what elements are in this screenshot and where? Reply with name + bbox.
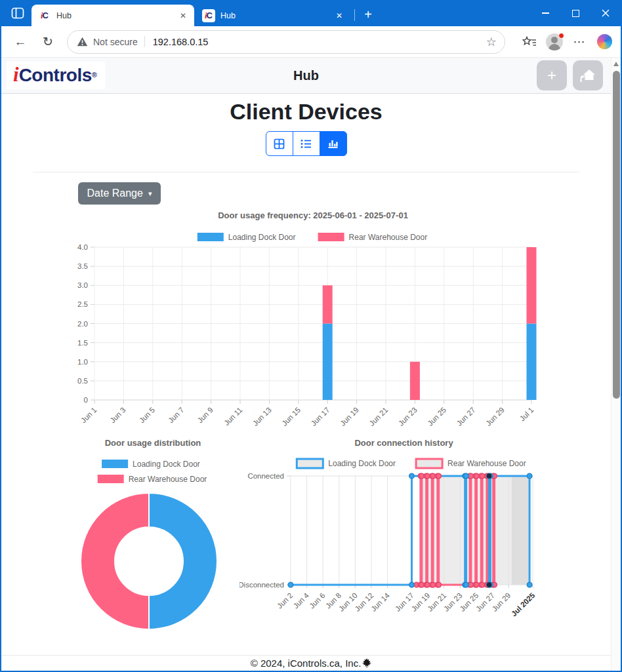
svg-text:Jun 1: Jun 1	[79, 406, 98, 424]
lower-charts-row: Door usage distributionLoading Dock Door…	[33, 435, 580, 633]
browser-menu-button[interactable]: ⋯	[570, 32, 589, 52]
tab-hub-inactive[interactable]: iC Hub ✕	[194, 5, 350, 26]
view-grid-button[interactable]	[266, 131, 293, 156]
url-text: 192.168.0.15	[153, 37, 486, 47]
svg-text:Rear Warehouse Door: Rear Warehouse Door	[348, 233, 427, 242]
tab-title: Hub	[56, 11, 177, 20]
svg-text:Jun 25: Jun 25	[426, 406, 447, 427]
maximize-icon	[572, 10, 579, 17]
workspaces-icon[interactable]	[9, 5, 26, 22]
svg-text:Loading Dock Door: Loading Dock Door	[328, 459, 396, 468]
browser-titlebar: iC Hub ✕ iC Hub ✕ +	[1, 0, 621, 26]
page-content: Client Devices	[1, 99, 611, 633]
svg-text:2.5: 2.5	[77, 300, 88, 308]
close-icon	[602, 9, 610, 17]
profile-button[interactable]	[545, 32, 564, 52]
svg-text:Jun 2: Jun 2	[276, 591, 294, 610]
back-button[interactable]: ←	[10, 32, 30, 52]
tab-hub-active[interactable]: iC Hub ✕	[31, 5, 194, 26]
svg-text:0.5: 0.5	[77, 377, 88, 385]
page-title: Hub	[1, 68, 611, 83]
copilot-icon	[597, 34, 612, 49]
browser-toolbar: ← ↻ Not secure 192.168.0.15 ☆	[1, 26, 621, 58]
svg-text:Jun 6: Jun 6	[308, 591, 326, 610]
scrollbar-thumb[interactable]	[613, 71, 620, 399]
close-button[interactable]	[591, 0, 621, 26]
svg-text:Jun 4: Jun 4	[291, 591, 310, 610]
svg-text:Jun 9: Jun 9	[196, 406, 214, 424]
workspaces-glyph	[10, 6, 25, 20]
svg-text:Jun 23: Jun 23	[396, 406, 418, 427]
svg-text:3.5: 3.5	[77, 262, 88, 270]
svg-text:Door usage frequency: 2025-06-: Door usage frequency: 2025-06-01 - 2025-…	[218, 210, 408, 220]
view-chart-button[interactable]	[320, 131, 347, 156]
svg-text:Connected: Connected	[247, 472, 284, 480]
new-tab-button[interactable]: +	[359, 5, 377, 24]
favorites-bar-button[interactable]	[520, 32, 539, 52]
svg-text:Jun 17: Jun 17	[309, 406, 331, 427]
page-scrollbar[interactable]	[611, 58, 621, 671]
svg-text:Loading Dock Door: Loading Dock Door	[133, 460, 200, 469]
door-usage-distribution-chart[interactable]: Door usage distributionLoading Dock Door…	[69, 435, 239, 633]
ellipsis-icon: ⋯	[573, 35, 586, 49]
svg-text:Jun 7: Jun 7	[167, 406, 185, 424]
svg-text:Door connection history: Door connection history	[354, 438, 453, 448]
site-footer: © 2024, iControls.ca, Inc.	[1, 655, 621, 671]
svg-text:3.0: 3.0	[77, 281, 88, 289]
svg-text:Jun 27: Jun 27	[455, 406, 476, 427]
grid-icon	[274, 138, 285, 149]
section-divider	[33, 172, 580, 172]
svg-text:0: 0	[83, 396, 87, 404]
home-wifi-icon	[579, 68, 596, 83]
tab-title: Hub	[220, 11, 333, 20]
tab-divider	[354, 9, 355, 21]
view-list-button[interactable]	[293, 131, 320, 156]
favorites-list-icon	[522, 36, 537, 48]
notification-dot	[558, 33, 564, 39]
svg-text:Jul 2025: Jul 2025	[509, 591, 536, 618]
hub-status-button[interactable]	[573, 60, 603, 90]
svg-text:Jun 29: Jun 29	[490, 591, 512, 613]
tab-close-icon[interactable]: ✕	[333, 10, 345, 22]
svg-text:4.0: 4.0	[77, 243, 88, 251]
svg-text:Door usage distribution: Door usage distribution	[104, 438, 201, 448]
list-icon	[301, 139, 312, 149]
svg-text:Jun 11: Jun 11	[222, 406, 243, 427]
address-bar[interactable]: Not secure 192.168.0.15 ☆	[67, 30, 505, 54]
svg-text:1.5: 1.5	[77, 339, 88, 347]
svg-text:1.0: 1.0	[77, 358, 88, 366]
refresh-button[interactable]: ↻	[38, 32, 58, 52]
svg-text:Jul 1: Jul 1	[518, 406, 535, 423]
svg-text:Jun 14: Jun 14	[369, 591, 391, 613]
svg-text:Disconnected: Disconnected	[239, 581, 284, 589]
chevron-down-icon: ▾	[148, 189, 152, 198]
door-usage-frequency-chart[interactable]: 00.51.01.52.02.53.03.54.0Jun 1Jun 3Jun 5…	[68, 208, 579, 431]
svg-text:Jun 21: Jun 21	[367, 406, 389, 427]
maple-leaf-icon	[362, 658, 371, 668]
security-label: Not secure	[93, 37, 138, 47]
bookmark-star-icon[interactable]: ☆	[486, 35, 497, 49]
site-favicon-icon: iC	[202, 9, 215, 22]
browser-window: iC Hub ✕ iC Hub ✕ + ← ↻	[0, 0, 622, 672]
tab-close-icon[interactable]: ✕	[177, 10, 189, 22]
svg-text:Loading Dock Door: Loading Dock Door	[228, 233, 295, 242]
page-heading: Client Devices	[33, 99, 580, 125]
svg-text:2.0: 2.0	[77, 320, 88, 328]
bar-chart-icon	[327, 138, 339, 149]
svg-text:Jun 13: Jun 13	[251, 406, 272, 427]
date-range-button[interactable]: Date Range ▾	[78, 182, 161, 205]
minimize-button[interactable]	[530, 0, 560, 26]
svg-text:Jun 29: Jun 29	[484, 406, 506, 427]
site-favicon-icon: iC	[38, 9, 51, 22]
window-controls	[530, 0, 621, 26]
add-device-button[interactable]: +	[537, 60, 567, 90]
svg-text:Jun 15: Jun 15	[280, 406, 302, 427]
site-header: iControls® Hub +	[1, 58, 611, 94]
address-divider	[144, 36, 145, 47]
door-connection-history-chart[interactable]: ConnectedDisconnectedJun 2Jun 4Jun 6Jun …	[239, 435, 587, 632]
web-page: iControls® Hub + Client Devices	[1, 58, 621, 671]
maximize-button[interactable]	[560, 0, 591, 26]
copyright-text: © 2024, iControls.ca, Inc.	[251, 658, 362, 669]
scrollbar-up-arrow-icon[interactable]	[613, 62, 619, 66]
copilot-button[interactable]	[594, 32, 614, 52]
